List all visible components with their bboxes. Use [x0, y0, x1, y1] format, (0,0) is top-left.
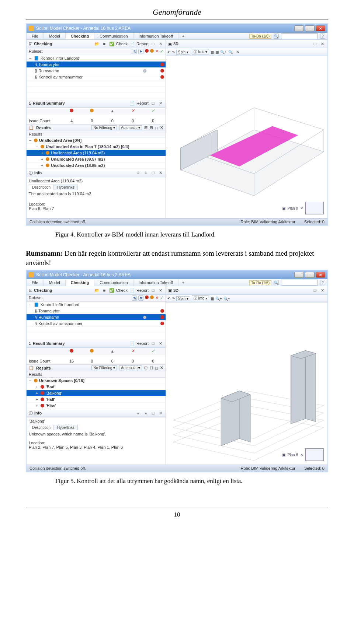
- panel-close-icon[interactable]: ✕: [157, 287, 163, 293]
- flag-icon[interactable]: ⚑: [138, 49, 143, 54]
- help-icon[interactable]: ?: [320, 34, 325, 39]
- panel-close-icon[interactable]: ✕: [160, 125, 163, 130]
- panel-close-icon[interactable]: ✕: [157, 340, 163, 346]
- close-button[interactable]: ✕: [316, 272, 325, 278]
- panel-max-icon[interactable]: □: [312, 287, 318, 293]
- automatic-dd[interactable]: Automatic ▾: [119, 365, 142, 370]
- info-dd[interactable]: ⓘ Info ▾: [192, 49, 209, 55]
- redo-icon[interactable]: ↷: [172, 297, 175, 301]
- open-icon[interactable]: 📂: [94, 287, 100, 293]
- minimize-button[interactable]: ─: [294, 25, 304, 31]
- no-filtering-dd[interactable]: No Filtering ▾: [91, 125, 117, 130]
- tab-description[interactable]: Description: [29, 425, 54, 430]
- panel-close-icon[interactable]: ✕: [157, 170, 163, 176]
- nav-cube[interactable]: [305, 202, 324, 214]
- results-row[interactable]: −Unknown Spaces [0/16]: [27, 378, 166, 384]
- search-icon[interactable]: 🔍: [274, 280, 279, 285]
- panel-close-icon[interactable]: ✕: [160, 365, 163, 370]
- ruleset-root[interactable]: −📘 Kontroll inför Landord: [27, 55, 166, 62]
- rule-rumsnamn[interactable]: § Rumsnamn: [27, 314, 166, 321]
- rule-rumsnummer[interactable]: § Kontroll av rumsnummer: [27, 321, 166, 327]
- zoom-out-icon[interactable]: 🔍−: [228, 50, 235, 54]
- zoom-in-icon[interactable]: 🔍+: [220, 50, 227, 54]
- check-button[interactable]: ✅: [109, 287, 115, 293]
- flag-icon[interactable]: ⚑: [138, 295, 143, 301]
- add-tab[interactable]: +: [178, 33, 188, 39]
- help-icon[interactable]: ?: [320, 280, 325, 285]
- nav-cube[interactable]: [305, 448, 324, 461]
- search-input[interactable]: [281, 280, 318, 286]
- rule-tomma-ytor[interactable]: § Tomma ytor: [27, 62, 166, 68]
- panel-max-icon[interactable]: □: [150, 410, 156, 416]
- filter-icon[interactable]: ⚗: [132, 295, 137, 301]
- panel-close-icon[interactable]: ✕: [157, 100, 163, 106]
- rule-tomma-ytor[interactable]: § Tomma ytor: [27, 308, 166, 314]
- menu-file[interactable]: File: [27, 279, 44, 286]
- prev-icon[interactable]: «: [135, 410, 141, 416]
- minimize-button[interactable]: ─: [294, 272, 304, 278]
- results-row[interactable]: +Unallocated Area (18.85 m2): [27, 162, 166, 169]
- results-row-selected[interactable]: +'Balkong': [27, 390, 166, 396]
- rule-rumsnamn[interactable]: § Rumsnamn: [27, 68, 166, 74]
- expand-icon[interactable]: ⊞: [144, 125, 148, 130]
- panel-close-icon[interactable]: ✕: [319, 41, 325, 47]
- view-icon[interactable]: ▦: [211, 297, 214, 301]
- panel-close-icon[interactable]: ✕: [319, 287, 325, 293]
- stop-icon[interactable]: ■: [101, 41, 107, 47]
- menu-info-takeoff[interactable]: Information Takeoff: [133, 279, 178, 286]
- menu-checking[interactable]: Checking: [66, 33, 95, 39]
- todo-indicator[interactable]: To-Do (1/6): [249, 34, 271, 39]
- panel-max-icon[interactable]: □: [150, 170, 156, 176]
- results-row[interactable]: +'Hiss': [27, 403, 166, 409]
- zoom-in-icon[interactable]: 🔍+: [215, 297, 222, 301]
- report-icon[interactable]: 📄: [129, 41, 135, 47]
- automatic-dd[interactable]: Automatic ▾: [119, 125, 142, 130]
- results-row[interactable]: +'Bad': [27, 384, 166, 390]
- add-tab[interactable]: +: [178, 279, 188, 286]
- panel-close-icon[interactable]: ✕: [157, 410, 163, 416]
- tab-description[interactable]: Description: [29, 185, 54, 190]
- undo-icon[interactable]: ↶: [167, 297, 170, 301]
- panel-max-icon[interactable]: □: [312, 41, 318, 47]
- close-button[interactable]: ✕: [316, 25, 325, 31]
- menu-checking[interactable]: Checking: [66, 279, 95, 286]
- maximize-button[interactable]: ☐: [305, 272, 315, 278]
- menu-model[interactable]: Model: [44, 279, 66, 286]
- next-icon[interactable]: »: [143, 170, 149, 176]
- menu-communication[interactable]: Communication: [94, 33, 133, 39]
- check-button[interactable]: ✅: [109, 41, 115, 47]
- menu-info-takeoff[interactable]: Information Takeoff: [133, 33, 178, 39]
- todo-indicator[interactable]: To-Do (1/6): [249, 280, 271, 285]
- prev-icon[interactable]: «: [135, 170, 141, 176]
- results-row-selected[interactable]: +Unallocated Area (119.04 m2): [27, 150, 166, 156]
- panel-max-icon[interactable]: □: [155, 366, 158, 370]
- search-input[interactable]: [281, 33, 318, 39]
- stop-icon[interactable]: ■: [101, 287, 107, 293]
- spin-dd[interactable]: Spin ▾: [176, 296, 190, 301]
- menu-model[interactable]: Model: [44, 33, 66, 39]
- panel-max-icon[interactable]: □: [155, 126, 158, 130]
- no-filtering-dd[interactable]: No Filtering ▾: [91, 365, 117, 370]
- panel-max-icon[interactable]: □: [150, 41, 156, 47]
- 3d-viewport[interactable]: ▣Plan 8✕: [166, 302, 327, 465]
- redo-icon[interactable]: ↷: [172, 50, 175, 54]
- results-row[interactable]: +Unallocated Area (39.57 m2): [27, 156, 166, 162]
- report-icon[interactable]: 📄: [129, 340, 135, 346]
- results-row[interactable]: −Unallocated Area [0/4]: [27, 137, 166, 144]
- collapse-icon[interactable]: ⊟: [150, 125, 153, 130]
- view-icon[interactable]: ▦: [215, 50, 219, 54]
- panel-max-icon[interactable]: □: [150, 340, 156, 346]
- next-icon[interactable]: »: [143, 410, 149, 416]
- menu-communication[interactable]: Communication: [94, 279, 133, 286]
- report-icon[interactable]: 📄: [129, 287, 135, 293]
- view-icon[interactable]: ▦: [211, 50, 214, 54]
- undo-icon[interactable]: ↶: [167, 50, 170, 54]
- spin-dd[interactable]: Spin ▾: [176, 50, 190, 55]
- report-icon[interactable]: 📄: [129, 100, 135, 106]
- results-row[interactable]: −Unallocated Area in Plan 7 (180.14 m2) …: [27, 144, 166, 150]
- rule-rumsnummer[interactable]: § Kontroll av rumsnummer: [27, 74, 166, 80]
- open-icon[interactable]: 📂: [94, 41, 100, 47]
- maximize-button[interactable]: ☐: [305, 25, 315, 31]
- panel-max-icon[interactable]: □: [150, 287, 156, 293]
- expand-icon[interactable]: ⊞: [144, 365, 148, 370]
